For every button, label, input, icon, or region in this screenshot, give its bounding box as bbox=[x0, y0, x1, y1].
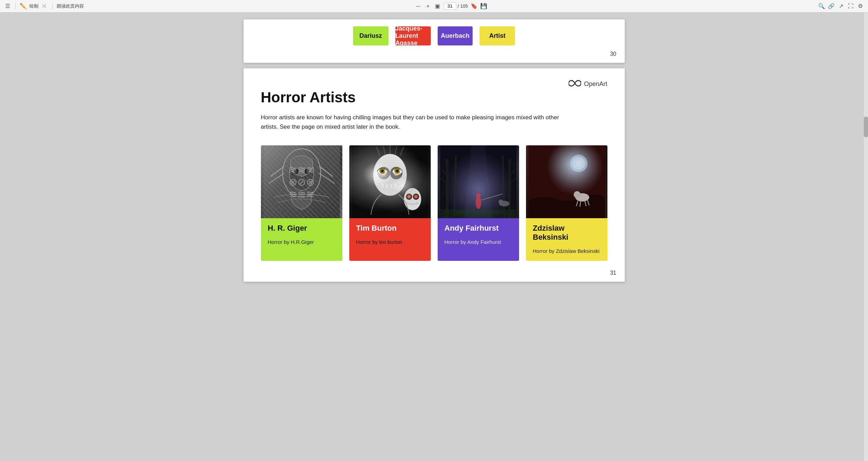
svg-point-51 bbox=[575, 193, 589, 202]
giger-prompt: Horror by H.R.Giger bbox=[268, 238, 335, 246]
artist-card-giger: H. R. Giger Horror by H.R.Giger bbox=[261, 145, 342, 261]
svg-point-25 bbox=[406, 194, 412, 200]
top-card-artist: Artist bbox=[480, 26, 515, 45]
openart-logo: OpenArt bbox=[569, 79, 607, 89]
fullscreen-icon[interactable]: ⛶ bbox=[847, 3, 854, 10]
svg-rect-42 bbox=[440, 210, 516, 218]
page-total: 105 bbox=[460, 3, 468, 9]
svg-line-6 bbox=[319, 166, 333, 177]
artist-card-burton: Tim Burton Horror by tim burton bbox=[349, 145, 431, 261]
page-title: Horror Artists bbox=[261, 89, 607, 106]
svg-point-3 bbox=[289, 156, 314, 190]
svg-point-12 bbox=[377, 167, 390, 179]
edit-icon[interactable]: ✏️ bbox=[20, 3, 27, 10]
svg-point-28 bbox=[414, 195, 418, 198]
bookmark-icon[interactable]: 🔖 bbox=[471, 3, 477, 10]
minimize-icon[interactable]: ─ bbox=[415, 3, 422, 10]
svg-point-13 bbox=[390, 167, 402, 179]
main-content: Dariusz Jacques-Laurent Agasse Auerbach … bbox=[0, 12, 868, 289]
svg-rect-22 bbox=[389, 183, 392, 188]
burton-image bbox=[349, 145, 431, 218]
fairhurst-prompt: Horror by Andy Fairhurst bbox=[445, 238, 512, 246]
svg-point-27 bbox=[407, 195, 411, 198]
giger-card-body: H. R. Giger Horror by H.R.Giger bbox=[261, 218, 342, 261]
svg-point-46 bbox=[499, 201, 509, 206]
svg-point-8 bbox=[293, 169, 299, 174]
svg-line-41 bbox=[509, 178, 516, 183]
svg-point-47 bbox=[498, 199, 503, 204]
page-number-30: 30 bbox=[610, 51, 616, 57]
svg-point-58 bbox=[572, 157, 585, 170]
svg-rect-49 bbox=[528, 145, 605, 218]
svg-line-45 bbox=[481, 194, 502, 200]
beksinski-art-svg bbox=[526, 145, 607, 218]
top-card-dariusz: Dariusz bbox=[353, 26, 388, 45]
fairhurst-card-body: Andy Fairhurst Horror by Andy Fairhurst bbox=[438, 218, 519, 261]
view-label: 朗读此页内容 bbox=[57, 3, 84, 9]
svg-point-17 bbox=[393, 170, 399, 176]
svg-point-19 bbox=[395, 172, 397, 174]
svg-line-39 bbox=[513, 163, 515, 218]
settings-icon[interactable]: ⚙ bbox=[857, 3, 864, 10]
openart-logo-icon bbox=[569, 79, 581, 89]
scrollbar[interactable] bbox=[864, 12, 868, 461]
svg-line-56 bbox=[587, 200, 589, 205]
giger-art-svg bbox=[261, 145, 342, 218]
svg-line-36 bbox=[449, 173, 456, 180]
beksinski-prompt: Horror by Zdzislaw Beksinski bbox=[533, 247, 600, 255]
artist-card-fairhurst: Andy Fairhurst Horror by Andy Fairhurst bbox=[438, 145, 519, 261]
svg-line-32 bbox=[454, 156, 456, 218]
toolbar-center: ─ + ▣ / 105 🔖 💾 bbox=[87, 2, 815, 10]
save-icon[interactable]: 💾 bbox=[480, 3, 487, 10]
top-card-agasse: Jacques-Laurent Agasse bbox=[395, 26, 431, 45]
page-navigation: / 105 bbox=[444, 2, 468, 10]
svg-point-26 bbox=[413, 194, 419, 200]
svg-line-5 bbox=[269, 173, 284, 183]
page-slide-31: OpenArt Horror Artists Horror artists ar… bbox=[244, 68, 625, 282]
burton-prompt: Horror by tim burton bbox=[356, 238, 424, 246]
svg-line-7 bbox=[319, 173, 334, 183]
svg-rect-50 bbox=[528, 201, 605, 218]
svg-line-33 bbox=[443, 163, 444, 218]
svg-rect-10 bbox=[352, 145, 428, 218]
svg-point-52 bbox=[573, 191, 580, 198]
page-separator: / bbox=[458, 3, 459, 9]
svg-point-43 bbox=[475, 196, 481, 209]
clear-icon[interactable]: ⛌ bbox=[41, 3, 48, 10]
svg-line-34 bbox=[442, 170, 447, 177]
scrollbar-thumb[interactable] bbox=[864, 117, 868, 137]
divider-1 bbox=[15, 3, 16, 10]
fairhurst-image bbox=[438, 145, 519, 218]
svg-rect-48 bbox=[528, 145, 605, 218]
svg-rect-29 bbox=[440, 145, 516, 218]
svg-rect-1 bbox=[263, 145, 340, 218]
menu-icon[interactable]: ☰ bbox=[4, 3, 11, 10]
link-icon[interactable]: 🔗 bbox=[828, 3, 835, 10]
page-number-31: 31 bbox=[610, 270, 616, 276]
share-icon[interactable]: ↗ bbox=[838, 3, 844, 10]
svg-point-24 bbox=[404, 188, 421, 210]
burton-art-svg bbox=[349, 145, 431, 218]
svg-point-18 bbox=[382, 172, 385, 174]
svg-point-59 bbox=[575, 160, 582, 167]
svg-line-40 bbox=[509, 170, 515, 177]
svg-point-57 bbox=[570, 155, 587, 172]
svg-point-16 bbox=[381, 170, 386, 176]
page-input[interactable] bbox=[444, 2, 456, 10]
svg-point-15 bbox=[391, 168, 401, 178]
beksinski-name: Zdzislaw Beksinski bbox=[533, 224, 600, 242]
window-icon[interactable]: ▣ bbox=[434, 3, 441, 10]
top-card-auerbach: Auerbach bbox=[438, 26, 473, 45]
edit-label: 绘制 bbox=[29, 3, 38, 9]
svg-line-53 bbox=[576, 201, 578, 206]
svg-rect-0 bbox=[263, 145, 340, 218]
beksinski-card-body: Zdzislaw Beksinski Horror by Zdzislaw Be… bbox=[526, 218, 607, 261]
openart-text: OpenArt bbox=[584, 80, 607, 88]
page-slide-30: Dariusz Jacques-Laurent Agasse Auerbach … bbox=[244, 19, 625, 63]
restore-icon[interactable]: + bbox=[424, 3, 431, 10]
toolbar-right: 🔍 🔗 ↗ ⛶ ⚙ bbox=[818, 3, 864, 10]
giger-image bbox=[261, 145, 342, 218]
search-icon[interactable]: 🔍 bbox=[818, 3, 825, 10]
toolbar: ☰ ✏️ 绘制 ⛌ 朗读此页内容 ─ + ▣ / 105 🔖 💾 🔍 🔗 ↗ ⛶… bbox=[0, 0, 868, 12]
burton-name: Tim Burton bbox=[356, 224, 424, 233]
